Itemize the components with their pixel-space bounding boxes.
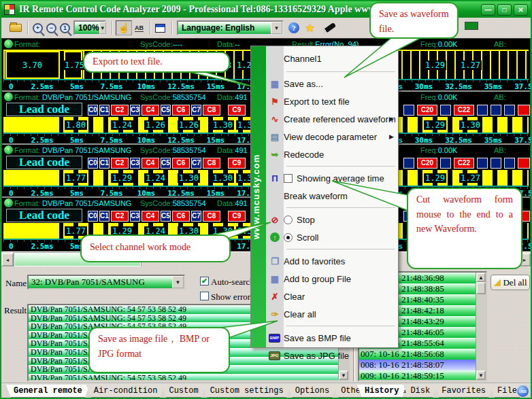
menu-item[interactable]: ✑ Clear all (266, 305, 398, 323)
maximize-button[interactable]: □ (497, 4, 512, 16)
channel-up-icon[interactable]: ↑ (4, 198, 13, 207)
chevron-down-icon[interactable]: ▼ (271, 22, 282, 34)
time-tick-label: 7.5ms (100, 189, 122, 198)
format-label: Format: (14, 93, 40, 101)
menu-item-label: Export to text file (284, 97, 350, 107)
scroll-up-button[interactable]: ▲ (476, 273, 486, 282)
bit-label: C7 (191, 105, 201, 116)
menu-item[interactable]: Break waveform (266, 187, 398, 205)
menu-item[interactable]: Π Showing average time (266, 169, 398, 187)
tab[interactable]: Custom (161, 385, 205, 398)
menu-item[interactable]: ⚑ Export to text file (266, 92, 398, 110)
freq-value: 0.00K (438, 93, 458, 101)
name-label: Name: (5, 278, 29, 289)
menu-item-label: Add to group File (284, 274, 351, 284)
star-icon: ★ (305, 21, 315, 35)
chevron-down-icon[interactable]: ▼ (172, 276, 184, 288)
tab[interactable]: Options (288, 385, 337, 398)
scroll-left-button[interactable]: ◂ (1, 253, 14, 266)
lead-pulse-block (5, 117, 59, 133)
tab[interactable]: History (357, 385, 406, 398)
hand-tool-button[interactable]: ☝ (116, 20, 132, 35)
channel-up-icon[interactable]: ↑ (4, 39, 13, 48)
toolbar-separator (171, 21, 173, 35)
usb-status-icon: USB (517, 385, 529, 397)
menu-item-label: View decode parameter (284, 132, 377, 142)
result-row[interactable]: DVB/Pan 7051/SAMSUNG: 54 57 53 58 52 49 (29, 374, 338, 380)
submenu-arrow-icon: ▶ (389, 116, 394, 122)
tab[interactable]: Air-condition (86, 385, 165, 398)
menu-item[interactable]: ▦ Save as... (266, 75, 398, 92)
menu-item-icon: ▦ (266, 274, 284, 284)
channel-up-icon[interactable]: ↑ (4, 92, 13, 101)
window-view-button[interactable] (155, 20, 165, 35)
show-error-checkbox[interactable] (200, 292, 209, 300)
menu-item[interactable]: ✗ Clear (266, 288, 398, 305)
data-label: Data: (217, 40, 235, 48)
time-tick-label: 5ms (70, 189, 84, 198)
zoom-in-button[interactable]: + (33, 20, 43, 35)
open-file-button[interactable] (10, 20, 22, 35)
scroll-down-button[interactable]: ▼ (339, 370, 348, 380)
time-tick-label: 37.5ms (514, 136, 532, 145)
measure-ab-button[interactable]: AB (135, 20, 144, 35)
menu-item[interactable]: ❐ Add to favorites (266, 252, 398, 270)
help-button[interactable]: ? (288, 20, 299, 35)
lead-code-label: Lead code (6, 103, 82, 116)
menu-item-mark (284, 174, 293, 183)
menu-item[interactable]: BMP Save as BMP file (266, 329, 398, 347)
close-button[interactable]: ✕ (514, 4, 528, 16)
bit-label (403, 158, 414, 169)
bit-label: C2 (111, 105, 129, 116)
bit-label (504, 105, 515, 116)
menu-item-icon: ▦ (266, 79, 284, 89)
menu-item-icon: ❐ (266, 256, 284, 266)
zoom-select[interactable]: 100%▼ (73, 20, 106, 35)
scroll-down-button[interactable]: ▼ (476, 370, 486, 380)
pulse-width-value: 1.30 (459, 120, 482, 130)
favorites-button[interactable]: ★ (305, 20, 315, 35)
bit-label: C9 (228, 105, 246, 116)
pulse-width-value: 1.75 (63, 60, 86, 70)
data-value: 491 (235, 199, 247, 207)
menu-item-icon: ↑ (270, 232, 280, 242)
vscrollbar-thumb[interactable] (476, 282, 486, 294)
time-tick-label: 5ms (70, 136, 84, 145)
zoom-reset-button[interactable]: 1 (60, 20, 70, 35)
tab[interactable]: General remote (6, 385, 90, 398)
menu-item[interactable]: ➥ Redecode (266, 145, 398, 163)
minimize-button[interactable]: — (481, 4, 495, 16)
submenu-arrow-icon: ▶ (389, 133, 394, 140)
history-row[interactable]: 009: 10-16 21:48:59:15 (359, 370, 476, 380)
tab-bar: General remoteAir-conditionCustomCustom … (1, 383, 531, 398)
marker-tool-button[interactable] (322, 20, 336, 35)
bit-label: C20 (417, 158, 437, 169)
tab[interactable]: Disk (403, 385, 437, 398)
bit-label: C22 (454, 105, 474, 116)
menu-item-icon: BMP (269, 334, 280, 343)
menu-item-mark (284, 233, 293, 242)
menu-item-label: Redecode (284, 150, 324, 160)
zoom-out-button[interactable]: − (46, 20, 56, 35)
language-select[interactable]: Language: English▼ (177, 20, 284, 35)
bit-label: C6 (172, 158, 190, 169)
syscode-label: SysCode: (140, 199, 173, 207)
del-all-button[interactable]: Del all (491, 275, 530, 290)
tab[interactable]: Custom settings (203, 385, 291, 398)
auto-search-checkbox[interactable]: ✔ (200, 277, 209, 285)
remote-name-select[interactable]: 32: DVB/Pan 7051/SAMSUNG▼ (27, 275, 185, 290)
pulse-width-value: 1.80 (65, 120, 87, 130)
chevron-down-icon[interactable]: ▼ (99, 22, 106, 34)
menu-item[interactable]: ▤ View decode parameter ▶ (266, 128, 398, 145)
menu-item[interactable]: JPG Save as JPG file (266, 347, 398, 364)
menu-item[interactable]: ∿ Create referenced waveform ▶ (266, 110, 398, 128)
menu-item[interactable]: Channel1 (266, 48, 398, 69)
menu-item[interactable]: ▦ Add to group File (266, 270, 398, 288)
tab[interactable]: Favorites (434, 385, 493, 398)
bit-label: C2 (111, 211, 129, 222)
bit-label: C7 (191, 158, 201, 169)
channel-up-icon[interactable]: ↑ (4, 145, 13, 154)
history-scrollbar[interactable]: ▲ ▼ (476, 273, 486, 380)
menu-item[interactable]: ⊘ Stop (266, 211, 398, 228)
menu-item[interactable]: ↑ Scroll (266, 228, 398, 246)
